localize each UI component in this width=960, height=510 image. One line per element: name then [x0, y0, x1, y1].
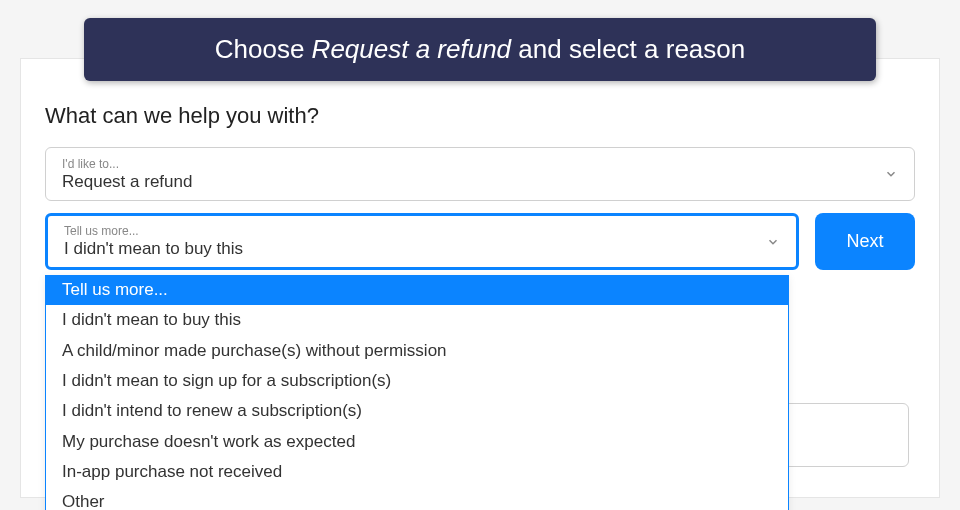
dropdown-option[interactable]: I didn't mean to sign up for a subscript… [46, 366, 788, 396]
dropdown-option[interactable]: In-app purchase not received [46, 457, 788, 487]
reason-select-value: I didn't mean to buy this [64, 239, 756, 259]
reason-dropdown-list: Tell us more...I didn't mean to buy this… [45, 275, 789, 510]
help-card: What can we help you with? I'd like to..… [20, 58, 940, 498]
banner-suffix: and select a reason [511, 34, 745, 64]
dropdown-option[interactable]: Other [46, 487, 788, 510]
action-select-label: I'd like to... [62, 157, 874, 171]
reason-select[interactable]: Tell us more... I didn't mean to buy thi… [45, 213, 799, 270]
chevron-down-icon [766, 235, 780, 249]
dropdown-option[interactable]: A child/minor made purchase(s) without p… [46, 336, 788, 366]
dropdown-option[interactable]: I didn't intend to renew a subscription(… [46, 396, 788, 426]
dropdown-option[interactable]: I didn't mean to buy this [46, 305, 788, 335]
next-button[interactable]: Next [815, 213, 915, 270]
action-select-value: Request a refund [62, 172, 874, 192]
select-row-2: Tell us more... I didn't mean to buy thi… [45, 213, 915, 270]
help-question: What can we help you with? [45, 103, 915, 129]
chevron-down-icon [884, 167, 898, 181]
dropdown-option[interactable]: Tell us more... [46, 275, 788, 305]
banner-prefix: Choose [215, 34, 312, 64]
banner-italic: Request a refund [312, 34, 511, 64]
select-row-1: I'd like to... Request a refund [45, 147, 915, 201]
dropdown-option[interactable]: My purchase doesn't work as expected [46, 427, 788, 457]
action-select[interactable]: I'd like to... Request a refund [45, 147, 915, 201]
reason-select-label: Tell us more... [64, 224, 756, 238]
instruction-banner: Choose Request a refund and select a rea… [84, 18, 876, 81]
